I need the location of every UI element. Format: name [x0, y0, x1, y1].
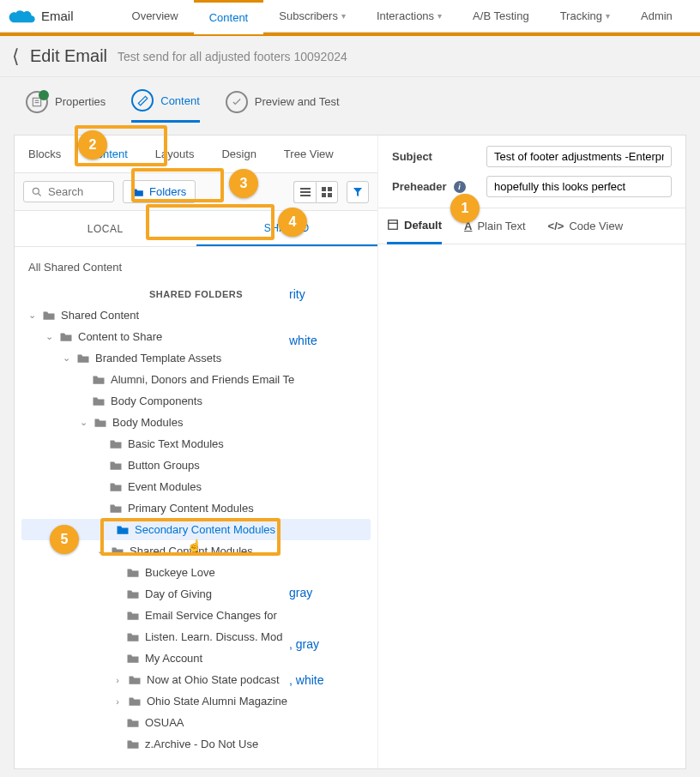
nav-admin[interactable]: Admin [625, 0, 688, 33]
tree-item[interactable]: z.Archive - Do Not Use [15, 733, 377, 755]
preheader-label-group: Preheader i [392, 180, 478, 193]
step-content[interactable]: Content [131, 89, 200, 123]
folder-icon [126, 631, 140, 642]
step-preview[interactable]: Preview and Test [226, 91, 340, 122]
tree-label: Primary Content Modules [128, 502, 254, 515]
subtab-blocks[interactable]: Blocks [15, 136, 75, 173]
subtab-treeview[interactable]: Tree View [270, 136, 347, 173]
info-icon[interactable]: i [454, 181, 466, 193]
svg-rect-8 [322, 187, 326, 191]
view-label: Default [404, 219, 442, 232]
svg-rect-5 [300, 188, 311, 190]
tree-label: Email Service Changes for [145, 609, 277, 622]
subject-label: Subject [392, 150, 478, 163]
nav-tracking[interactable]: Tracking▾ [545, 0, 625, 33]
tree-label: My Account [145, 652, 202, 665]
tree-item[interactable]: Event Modules [15, 476, 377, 497]
page-header: ⟨ Edit Email Test send for all adjusted … [0, 36, 700, 77]
page-title: Edit Email [30, 46, 107, 66]
step-properties[interactable]: Properties [26, 91, 106, 122]
preheader-label: Preheader [392, 180, 447, 193]
chevron-down-icon: ▾ [606, 11, 610, 21]
search-input[interactable] [48, 185, 100, 198]
nav-subscribers[interactable]: Subscribers▾ [263, 0, 361, 33]
tree-label: Body Modules [112, 416, 183, 429]
svg-line-4 [39, 193, 41, 196]
folder-icon [126, 717, 140, 728]
viewtab-code[interactable]: </> Code View [548, 208, 623, 244]
search-box[interactable] [23, 181, 114, 202]
folder-icon [128, 696, 142, 707]
tree-label: Button Groups [128, 459, 200, 472]
view-tabs: Default A Plain Text </> Code View [378, 208, 685, 244]
tree-item[interactable]: ⌄Shared Content [15, 304, 377, 326]
tree-item[interactable]: ⌄Body Modules [15, 412, 377, 433]
tree-item[interactable]: Button Groups [15, 455, 377, 476]
folder-icon [94, 417, 107, 428]
search-icon [31, 186, 43, 198]
preheader-input[interactable] [486, 176, 672, 197]
subtab-layouts[interactable]: Layouts [142, 136, 208, 173]
tree-item[interactable]: Primary Content Modules [15, 497, 377, 519]
folder-icon [126, 567, 140, 578]
tree-item[interactable]: ›Ohio State Alumni Magazine [15, 690, 377, 712]
tree-item[interactable]: Listen. Learn. Discuss. Mod [15, 626, 377, 648]
all-shared-content[interactable]: All Shared Content [15, 256, 377, 279]
chevron-right-icon: › [112, 675, 123, 685]
subject-input[interactable] [486, 146, 672, 167]
app-name: Email [41, 9, 74, 23]
tree-item[interactable]: ⌄Branded Template Assets [15, 347, 377, 369]
tree-item[interactable]: OSUAA [15, 712, 377, 733]
chevron-down-icon: ▾ [438, 11, 442, 21]
tree-item[interactable]: Buckeye Love [15, 562, 377, 583]
folder-icon [109, 438, 123, 449]
folders-button[interactable]: Folders [123, 180, 196, 203]
tree-item[interactable]: Body Components [15, 390, 377, 412]
tree-label: Branded Template Assets [95, 352, 221, 364]
tree-item[interactable]: Email Service Changes for [15, 605, 377, 626]
tab-local[interactable]: LOCAL [15, 211, 196, 246]
view-label: Code View [569, 220, 623, 232]
tree-item[interactable]: Alumni, Donors and Friends Email Te [15, 369, 377, 390]
svg-rect-6 [300, 191, 311, 193]
chevron-down-icon: ⌄ [95, 545, 106, 557]
shared-folders-header: SHARED FOLDERS [15, 279, 377, 304]
nav-ab-testing[interactable]: A/B Testing [457, 0, 545, 33]
chevron-down-icon: ⌄ [44, 331, 54, 342]
tree-label: Listen. Learn. Discuss. Mod [145, 630, 282, 643]
list-view-button[interactable] [293, 181, 316, 203]
tree-label: Alumni, Donors and Friends Email Te [111, 373, 294, 386]
callout-1: 1 [450, 194, 480, 223]
nav-interactions[interactable]: Interactions▾ [361, 0, 457, 33]
tree-item[interactable]: ⌄Content to Share [15, 326, 377, 347]
filter-button[interactable] [347, 181, 369, 203]
tree-label: z.Archive - Do Not Use [145, 738, 258, 750]
nav-items: Overview Content Subscribers▾ Interactio… [117, 0, 688, 33]
tree-item[interactable]: My Account [15, 648, 377, 669]
tree-label: Body Components [111, 395, 202, 407]
step-tabs: Properties Content Preview and Test [0, 77, 700, 135]
folder-icon [92, 395, 106, 407]
folder-icon [126, 653, 140, 664]
grid-view-button[interactable] [316, 181, 338, 203]
folder-icon [126, 738, 140, 750]
nav-content[interactable]: Content [194, 0, 264, 33]
folder-icon [109, 460, 123, 471]
tree-item[interactable]: Day of Giving [15, 583, 377, 605]
folder-icon [109, 503, 123, 514]
tree-item[interactable]: Basic Text Modules [15, 433, 377, 455]
tree-label: Secondary Content Modules [135, 523, 275, 536]
viewtab-default[interactable]: Default [387, 208, 442, 244]
nav-overview[interactable]: Overview [117, 0, 194, 33]
back-arrow-icon[interactable]: ⟨ [12, 45, 20, 68]
nav-label: Subscribers [279, 9, 338, 22]
code-icon: </> [548, 220, 564, 232]
subtab-design[interactable]: Design [208, 136, 269, 173]
nav-label: Interactions [377, 9, 434, 22]
toolbar-row: Folders [15, 173, 377, 211]
tree-item[interactable]: ›Now at Ohio State podcast [15, 669, 377, 690]
svg-rect-12 [389, 220, 398, 230]
callout-4: 4 [278, 208, 307, 237]
chevron-down-icon: ⌄ [27, 310, 37, 321]
folder-icon [111, 545, 124, 557]
